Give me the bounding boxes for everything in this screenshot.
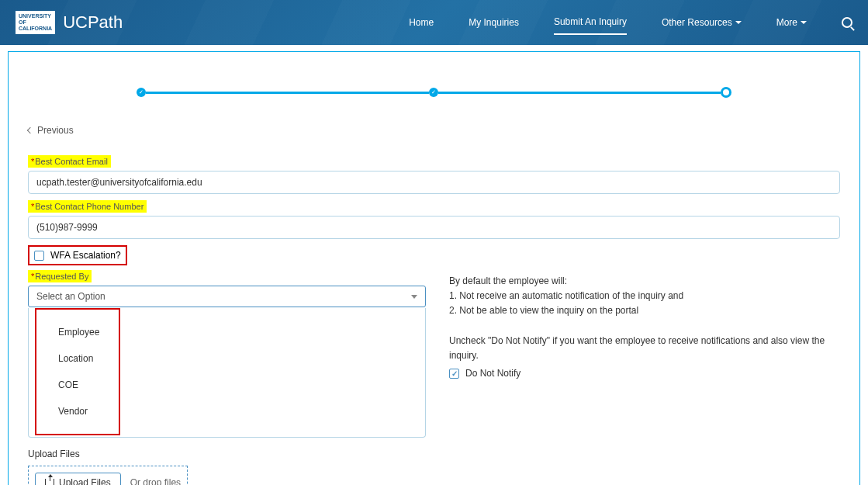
option-coe[interactable]: COE <box>36 372 119 398</box>
progress-step-1: ✓ <box>137 88 146 97</box>
upload-button[interactable]: Upload Files <box>35 473 121 485</box>
upload-dropzone[interactable]: Upload Files Or drop files <box>28 466 188 485</box>
email-label: Best Contact Email <box>28 155 111 168</box>
requested-by-label: Requested By <box>28 270 92 282</box>
requested-by-placeholder: Select an Option <box>36 291 105 302</box>
chevron-down-icon <box>735 21 742 24</box>
progress-bar: ✓ ✓ <box>137 87 731 98</box>
right-column: By default the employee will: 1. Not rec… <box>449 270 840 438</box>
two-column-layout: Requested By Select an Option Employee L… <box>28 270 840 438</box>
info-uncheck: Uncheck "Do Not Notify" if you want the … <box>449 334 840 363</box>
progress-line <box>146 92 429 94</box>
info-line2: 1. Not receive an automatic notification… <box>449 289 840 303</box>
phone-group: Best Contact Phone Number <box>28 200 840 239</box>
logo-area[interactable]: UNIVERSITYOFCALIFORNIA UCPath <box>16 11 123 33</box>
upload-section: Upload Files Upload Files Or drop files <box>28 449 840 485</box>
main-content: ✓ ✓ Previous Best Contact Email Best Con… <box>8 51 860 485</box>
option-vendor[interactable]: Vendor <box>36 398 119 424</box>
info-text: By default the employee will: 1. Not rec… <box>449 274 840 384</box>
nav-more[interactable]: More <box>776 11 807 34</box>
nav-submit-inquiry[interactable]: Submit An Inquiry <box>554 10 627 35</box>
email-input[interactable] <box>28 171 840 194</box>
dropdown-options-highlighted: Employee Location COE Vendor <box>35 308 120 435</box>
info-line1: By default the employee will: <box>449 274 840 289</box>
do-not-notify-label: Do Not Notify <box>465 366 520 381</box>
site-name: UCPath <box>63 12 123 33</box>
upload-icon <box>45 479 54 485</box>
option-employee[interactable]: Employee <box>36 319 119 345</box>
progress-step-2: ✓ <box>429 88 438 97</box>
phone-input[interactable] <box>28 216 840 239</box>
uc-logo: UNIVERSITYOFCALIFORNIA <box>16 11 55 33</box>
left-column: Requested By Select an Option Employee L… <box>28 270 426 438</box>
email-group: Best Contact Email <box>28 155 840 194</box>
select-arrow-icon <box>411 295 417 299</box>
upload-section-label: Upload Files <box>28 449 840 459</box>
wfa-label: WFA Escalation? <box>50 250 121 261</box>
do-not-notify-checkbox[interactable] <box>449 369 459 379</box>
nav-my-inquiries[interactable]: My Inquiries <box>469 11 519 34</box>
upload-button-label: Upload Files <box>59 477 111 485</box>
nav-home[interactable]: Home <box>409 11 434 34</box>
global-header: UNIVERSITYOFCALIFORNIA UCPath Home My In… <box>0 0 868 45</box>
wfa-escalation-row: WFA Escalation? <box>28 245 127 265</box>
requested-by-dropdown: Employee Location COE Vendor <box>28 308 426 438</box>
wfa-checkbox[interactable] <box>34 251 44 261</box>
requested-by-select[interactable]: Select an Option <box>28 286 426 307</box>
chevron-left-icon <box>27 127 33 133</box>
previous-link[interactable]: Previous <box>28 125 840 136</box>
info-line3: 2. Not be able to view the inquiry on th… <box>449 303 840 318</box>
chevron-down-icon <box>801 21 807 24</box>
phone-label: Best Contact Phone Number <box>28 200 147 213</box>
do-not-notify-row: Do Not Notify <box>449 363 840 384</box>
main-nav: Home My Inquiries Submit An Inquiry Othe… <box>409 10 852 35</box>
nav-other-resources-label: Other Resources <box>662 17 732 28</box>
previous-label: Previous <box>37 125 74 136</box>
progress-line <box>438 92 721 94</box>
progress-step-3-current <box>721 87 731 98</box>
nav-other-resources[interactable]: Other Resources <box>662 11 742 34</box>
drop-text: Or drop files <box>130 477 181 485</box>
search-icon[interactable] <box>842 17 852 28</box>
nav-more-label: More <box>776 17 797 28</box>
option-location[interactable]: Location <box>36 345 119 372</box>
